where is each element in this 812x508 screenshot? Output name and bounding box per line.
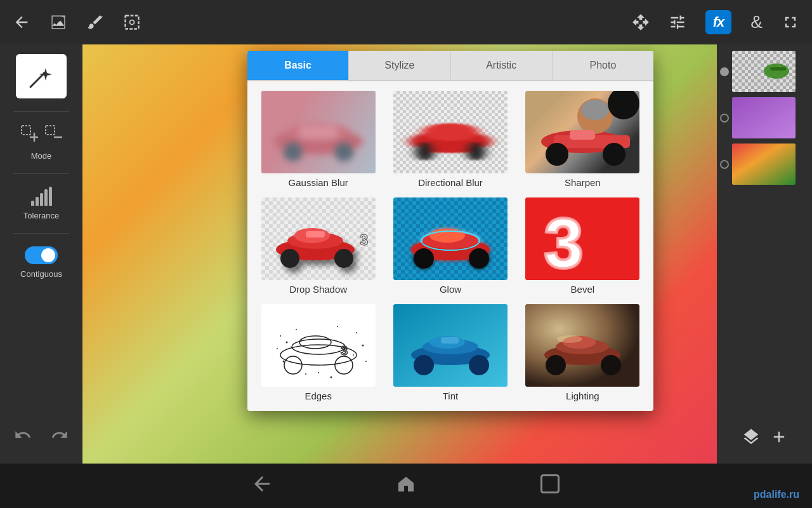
svg-rect-10 [770, 67, 786, 70]
svg-rect-18 [261, 91, 376, 173]
nav-recent-button[interactable] [539, 472, 561, 500]
mode-subtract-icon[interactable] [44, 124, 62, 146]
svg-rect-33 [570, 130, 595, 140]
svg-point-24 [422, 123, 479, 141]
adjustments-button[interactable] [669, 13, 686, 31]
filter-edges[interactable]: 3 Edges [257, 304, 379, 401]
svg-point-76 [282, 361, 284, 363]
bevel-label: Bevel [571, 284, 595, 295]
layers-ampersand-button[interactable]: & [750, 12, 763, 32]
mode-add-icon[interactable] [20, 124, 38, 146]
bar-4 [44, 189, 48, 206]
filter-thumb-edges: 3 [261, 304, 376, 387]
back-button[interactable] [13, 13, 30, 31]
tab-stylize[interactable]: Stylize [349, 51, 450, 80]
svg-rect-93 [541, 475, 558, 492]
filter-sharpen[interactable]: Sharpen [521, 91, 644, 188]
svg-rect-85 [441, 337, 459, 344]
filter-gaussian-blur[interactable]: Gaussian Blur [257, 91, 379, 188]
fx-label: fx [713, 14, 724, 30]
layer-radio-3[interactable] [720, 160, 729, 169]
svg-rect-4 [22, 126, 30, 135]
filter-drop-shadow[interactable]: 3 Drop Shadow [257, 197, 379, 295]
magic-wand-tool[interactable] [16, 54, 67, 98]
svg-point-90 [601, 355, 621, 375]
tolerance-section: Tolerance [6, 187, 76, 220]
redo-button[interactable] [51, 426, 69, 448]
undo-button[interactable] [14, 426, 32, 448]
svg-text:3: 3 [360, 231, 368, 248]
toolbar-left: + [13, 13, 141, 31]
filter-thumb-sharpen [525, 91, 639, 173]
layer-radio-1[interactable] [720, 67, 729, 76]
filter-thumb-lighting [525, 304, 639, 387]
svg-rect-12 [732, 144, 796, 185]
filter-thumb-glow [393, 197, 508, 280]
svg-point-72 [330, 377, 332, 378]
tab-artistic[interactable]: Artistic [451, 51, 553, 80]
divider-2 [13, 173, 69, 174]
filter-bevel[interactable]: 3 3 Bevel [521, 197, 644, 295]
add-image-button[interactable]: + [49, 13, 67, 31]
svg-point-9 [764, 64, 789, 79]
filter-tabs: Basic Stylize Artistic Photo [247, 51, 653, 81]
svg-text:3: 3 [544, 204, 583, 280]
svg-rect-7 [46, 126, 55, 135]
layer-radio-2[interactable] [720, 114, 729, 123]
brush-button[interactable] [86, 13, 104, 31]
svg-point-53 [469, 248, 489, 269]
svg-point-65 [280, 335, 281, 337]
toolbar-right: fx & [632, 10, 799, 34]
tab-basic[interactable]: Basic [247, 51, 349, 80]
filter-glow[interactable]: Glow [389, 197, 511, 295]
svg-point-41 [280, 249, 299, 268]
svg-point-82 [414, 355, 434, 375]
svg-rect-44 [306, 231, 325, 237]
layer-item-3 [720, 144, 809, 185]
filter-tint[interactable]: Tint [389, 304, 511, 401]
toggle-knob [41, 248, 55, 262]
contiguous-toggle[interactable] [25, 246, 58, 264]
nav-home-button[interactable] [395, 472, 417, 500]
undo-redo-section [14, 426, 69, 448]
bar-3 [40, 193, 43, 206]
svg-text:3: 3 [341, 344, 348, 358]
tab-photo[interactable]: Photo [553, 51, 653, 80]
svg-point-52 [414, 248, 434, 269]
svg-point-89 [546, 355, 566, 375]
filter-dialog: Basic Stylize Artistic Photo [247, 51, 653, 411]
expand-button[interactable] [782, 13, 799, 31]
filter-directional-blur[interactable]: Directional Blur [389, 91, 511, 188]
svg-point-13 [274, 129, 363, 154]
layer-thumb-2[interactable] [732, 97, 796, 138]
filter-grid: Gaussian Blur [247, 81, 653, 411]
layer-thumb-1[interactable] [732, 51, 796, 92]
svg-rect-11 [732, 97, 796, 138]
divider-3 [13, 233, 69, 234]
svg-point-67 [277, 348, 278, 349]
svg-point-2 [130, 20, 134, 25]
selection-button[interactable] [123, 13, 141, 31]
nav-back-button[interactable] [251, 472, 273, 500]
glow-label: Glow [440, 284, 461, 295]
svg-point-77 [365, 361, 367, 362]
layer-item-2 [720, 97, 809, 138]
mode-section: Mode [6, 124, 76, 161]
lighting-label: Lighting [566, 391, 599, 401]
left-sidebar: Mode Tolerance Contiguous [0, 44, 82, 464]
layer-thumb-3[interactable] [732, 144, 796, 185]
contiguous-label: Contiguous [20, 269, 62, 279]
svg-text:+: + [62, 14, 65, 20]
filter-lighting[interactable]: Lighting [521, 304, 644, 401]
fx-button[interactable]: fx [705, 10, 732, 34]
svg-point-73 [318, 372, 319, 373]
add-layer-button[interactable] [770, 428, 788, 450]
layers-icon[interactable] [742, 427, 761, 451]
move-button[interactable] [632, 13, 650, 31]
filter-thumb-tint [393, 304, 508, 387]
svg-point-71 [305, 373, 306, 375]
svg-point-74 [296, 329, 297, 330]
svg-point-68 [356, 332, 357, 333]
svg-point-3 [43, 72, 46, 74]
svg-point-15 [283, 141, 303, 161]
